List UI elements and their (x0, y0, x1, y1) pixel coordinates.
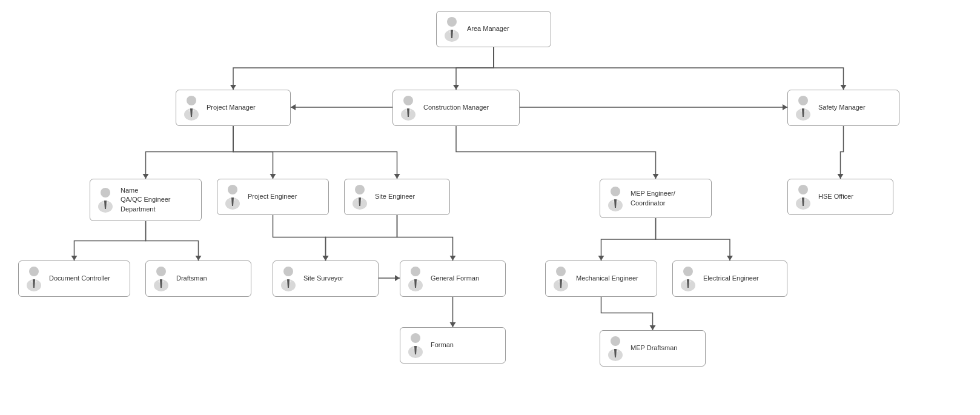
forman: Forman (400, 327, 506, 364)
mep-draftsman: MEP Draftsman (600, 330, 706, 367)
svg-point-80 (411, 267, 420, 276)
forman-label: Forman (431, 340, 454, 350)
svg-marker-8 (394, 174, 400, 179)
svg-marker-13 (323, 256, 329, 261)
construction-manager: Construction Manager (392, 90, 520, 126)
svg-point-20 (447, 17, 457, 27)
project-manager-avatar (180, 94, 203, 122)
hse-officer: HSE Officer (787, 179, 893, 215)
general-forman-label: General Forman (431, 274, 479, 283)
svg-point-60 (798, 185, 808, 194)
site-surveyor-avatar (277, 265, 300, 293)
mep-draftsman-label: MEP Draftsman (631, 344, 677, 353)
draftsman-label: Draftsman (176, 274, 207, 283)
svg-marker-18 (727, 256, 733, 261)
project-manager: Project Manager (176, 90, 291, 126)
mep-draftsman-avatar (604, 334, 627, 362)
mechanical-engineer: Mechanical Engineer (545, 261, 657, 297)
document-controller: Document Controller (18, 261, 130, 297)
mep-engineer-label: MEP Engineer/ Coordinator (631, 189, 675, 208)
svg-point-65 (29, 267, 39, 276)
svg-point-40 (101, 188, 110, 198)
svg-point-90 (683, 267, 693, 276)
area-manager-label: Area Manager (467, 24, 509, 33)
site-engineer: Site Engineer (344, 179, 450, 215)
construction-manager-avatar (397, 94, 420, 122)
svg-marker-14 (450, 256, 456, 261)
svg-point-85 (556, 267, 566, 276)
svg-point-95 (411, 333, 420, 343)
svg-marker-0 (453, 85, 459, 90)
svg-marker-16 (450, 322, 456, 327)
electrical-engineer-avatar (677, 265, 700, 293)
svg-point-45 (228, 185, 237, 194)
svg-marker-9 (838, 174, 844, 179)
svg-marker-2 (841, 85, 847, 90)
project-manager-label: Project Manager (207, 103, 256, 112)
safety-manager-label: Safety Manager (818, 103, 866, 112)
svg-marker-19 (650, 325, 656, 330)
qa-qc-engineer-label: Name QA/QC Engineer Department (121, 186, 171, 214)
mep-engineer-avatar (604, 185, 627, 213)
svg-marker-4 (783, 104, 787, 110)
svg-marker-11 (196, 256, 202, 261)
mep-engineer: MEP Engineer/ Coordinator (600, 179, 712, 218)
hse-officer-label: HSE Officer (818, 192, 853, 201)
svg-point-35 (798, 96, 808, 105)
svg-marker-12 (323, 256, 329, 261)
svg-marker-1 (230, 85, 236, 90)
svg-marker-7 (270, 174, 276, 179)
project-engineer: Project Engineer (217, 179, 329, 215)
svg-point-50 (355, 185, 365, 194)
svg-marker-3 (291, 104, 296, 110)
svg-point-55 (611, 187, 620, 196)
construction-manager-label: Construction Manager (423, 103, 489, 112)
area-manager: Area Manager (436, 11, 551, 47)
svg-point-30 (403, 96, 413, 105)
site-engineer-avatar (348, 183, 371, 211)
general-forman: General Forman (400, 261, 506, 297)
project-engineer-avatar (221, 183, 244, 211)
site-engineer-label: Site Engineer (375, 192, 415, 201)
electrical-engineer-label: Electrical Engineer (703, 274, 759, 283)
site-surveyor: Site Surveyor (273, 261, 379, 297)
mechanical-engineer-avatar (549, 265, 572, 293)
draftsman-avatar (150, 265, 173, 293)
hse-officer-avatar (792, 183, 815, 211)
svg-point-70 (156, 267, 166, 276)
project-engineer-label: Project Engineer (248, 192, 297, 201)
svg-marker-17 (598, 256, 604, 261)
document-controller-avatar (22, 265, 45, 293)
svg-point-25 (187, 96, 196, 105)
forman-avatar (404, 331, 427, 359)
area-manager-avatar (440, 15, 463, 43)
qa-qc-engineer: Name QA/QC Engineer Department (90, 179, 202, 221)
svg-marker-5 (653, 174, 659, 179)
site-surveyor-label: Site Surveyor (303, 274, 343, 283)
document-controller-label: Document Controller (49, 274, 110, 283)
general-forman-avatar (404, 265, 427, 293)
safety-manager: Safety Manager (787, 90, 899, 126)
safety-manager-avatar (792, 94, 815, 122)
qa-qc-engineer-avatar (94, 186, 117, 214)
draftsman: Draftsman (145, 261, 251, 297)
svg-point-75 (283, 267, 293, 276)
svg-marker-15 (395, 275, 400, 281)
org-chart: Area Manager Project Manager Constructio… (0, 0, 980, 415)
svg-marker-6 (143, 174, 149, 179)
svg-marker-10 (71, 256, 78, 261)
electrical-engineer: Electrical Engineer (672, 261, 787, 297)
mechanical-engineer-label: Mechanical Engineer (576, 274, 638, 283)
svg-point-100 (611, 336, 620, 346)
